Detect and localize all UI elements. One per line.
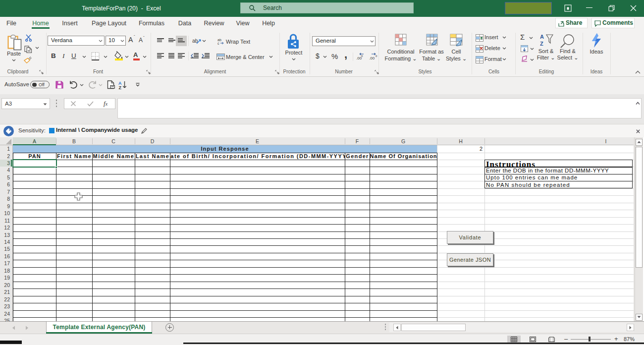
svg-text:.00: .00	[369, 56, 375, 60]
svg-text:Z: Z	[540, 41, 543, 47]
svg-text:A: A	[540, 34, 544, 40]
svg-text:0: 0	[361, 55, 363, 58]
svg-text:c: c	[217, 42, 219, 45]
svg-text:ab: ab	[217, 38, 221, 42]
svg-text:Z: Z	[119, 85, 122, 90]
